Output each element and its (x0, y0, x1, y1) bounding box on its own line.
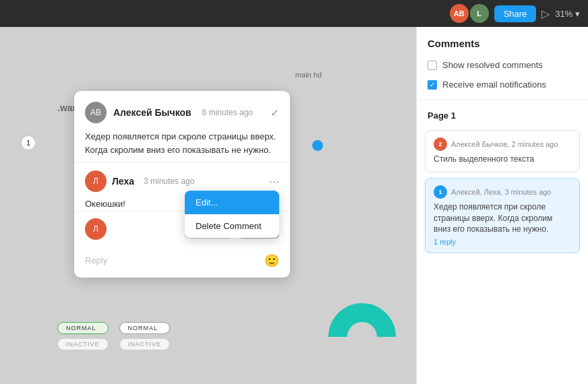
comment-popup: AB Алексей Бычков 6 minutes ago ✓ Хедер … (74, 91, 290, 278)
comment-header-2: Л Леха 3 minutes ago ··· (85, 170, 279, 192)
show-resolved-label: Show resolved comments (442, 60, 543, 70)
comment-time-2: 3 minutes ago (144, 177, 194, 186)
panel-comment-card-1[interactable]: 2 Алексей Бычков, 2 minutes ago Стиль вы… (425, 130, 580, 172)
page-label: Page 1 (417, 106, 588, 125)
reply-input-row: Reply 🙂 (74, 248, 290, 278)
comment-body-1: Хедер появляется при скроле страницы вве… (85, 130, 279, 156)
panel-comment-header-2: 1 Алексей, Леха, 3 minutes ago (434, 185, 571, 199)
comment-avatar-1: AB (85, 102, 107, 123)
canvas-blue-dot (312, 140, 323, 151)
zoom-label[interactable]: 31% ▾ (555, 9, 580, 19)
comment-avatar-2: Л (85, 170, 107, 192)
inactive-pill-2: INACTIVE (119, 338, 171, 350)
inactive-pill-1: INACTIVE (57, 338, 109, 350)
panel-comment-text-1: Стиль выделенного текста (434, 154, 571, 165)
comment-dots-menu[interactable]: ··· (269, 175, 279, 187)
panel-divider (417, 99, 588, 100)
email-notifications-label: Receive email notifications (442, 79, 546, 90)
normal-pill-1: NORMAL (57, 322, 109, 334)
avatar-1: AB (450, 4, 469, 23)
play-icon[interactable]: ▷ (541, 7, 550, 20)
comment-author-1: Алексей Бычков (113, 107, 192, 118)
show-resolved-option[interactable]: Show resolved comments (417, 57, 588, 73)
email-notifications-option[interactable]: ✓ Receive email notifications (417, 77, 588, 92)
panel-dot-blue: 1 (434, 185, 447, 199)
right-panel: Comments Show resolved comments ✓ Receiv… (416, 27, 588, 384)
comment-author-2: Леха (112, 176, 134, 187)
panel-comment-meta-1: Алексей Бычков, 2 minutes ago (451, 140, 558, 148)
comment-section-1: AB Алексей Бычков 6 minutes ago ✓ Хедер … (74, 91, 290, 162)
teal-arc (328, 303, 396, 371)
panel-comment-meta-2: Алексей, Леха, 3 minutes ago (451, 188, 551, 196)
comment-section-2: Л Леха 3 minutes ago ··· Океюшки! Edit..… (74, 162, 290, 211)
normal-pill-2: NORMAL (119, 322, 171, 334)
panel-title: Comments (417, 27, 588, 57)
comment-check-icon[interactable]: ✓ (270, 106, 279, 119)
show-resolved-checkbox[interactable] (428, 61, 437, 70)
reply-placeholder[interactable]: Reply (85, 255, 259, 265)
context-delete-item[interactable]: Delete Comment (185, 214, 279, 238)
toolbar: AB L Share ▷ 31% ▾ (0, 0, 588, 27)
context-menu: Edit... Delete Comment (185, 191, 279, 238)
panel-comment-reply-2[interactable]: 1 reply (434, 238, 571, 246)
panel-comment-header-1: 2 Алексей Бычков, 2 minutes ago (434, 137, 571, 151)
elements-group-1: NORMAL INACTIVE (57, 322, 109, 350)
avatar-2: L (470, 4, 489, 23)
comment-pin-1[interactable]: 1 (20, 135, 36, 151)
elements-bar: NORMAL INACTIVE NORMAL INACTIVE (57, 322, 170, 350)
main-hd-label: main hd (295, 71, 322, 79)
share-button[interactable]: Share (494, 5, 537, 22)
comment-header-1: AB Алексей Бычков 6 minutes ago ✓ (85, 102, 279, 123)
reply-avatar: Л (85, 218, 107, 240)
context-edit-item[interactable]: Edit... (185, 191, 279, 214)
panel-comment-text-2: Хедер появляется при скроле страницы вве… (434, 201, 571, 235)
panel-comment-card-2[interactable]: 1 Алексей, Леха, 3 minutes ago Хедер поя… (425, 178, 580, 253)
panel-dot-red: 2 (434, 137, 447, 151)
email-notifications-checkbox[interactable]: ✓ (428, 80, 437, 90)
elements-group-2: NORMAL INACTIVE (119, 322, 171, 350)
comment-time-1: 6 minutes ago (202, 108, 253, 117)
canvas-area: main hd 1 .ware NORMAL INACTIVE NORMAL I… (0, 27, 416, 384)
emoji-icon[interactable]: 🙂 (264, 253, 279, 268)
